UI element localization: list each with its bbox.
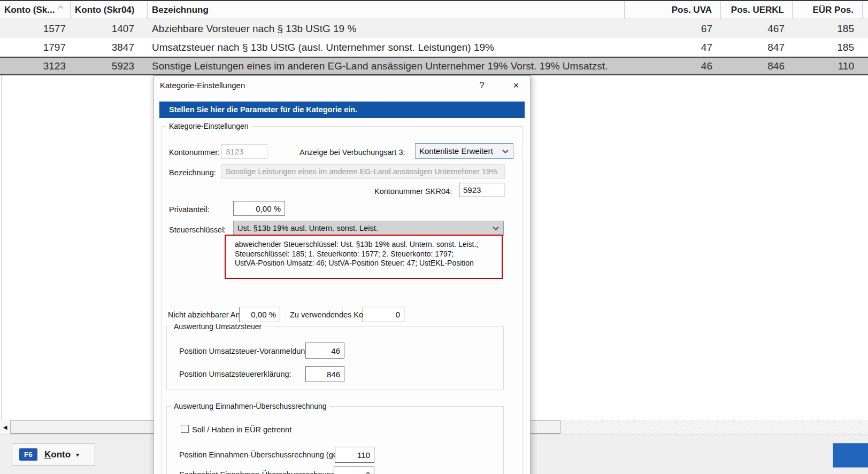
cell-konto-skr03: 1797: [0, 38, 71, 57]
group-title: Kategorie-Einstellungen: [166, 122, 251, 130]
verbuchungsart-dropdown[interactable]: Kontenliste Erweitert: [415, 143, 513, 159]
cell-bezeichnung: Umsatzsteuer nach § 13b UStG (ausl. Unte…: [148, 38, 625, 57]
column-header-pos-uva[interactable]: Pos. UVA: [625, 1, 721, 19]
soll-haben-checkbox[interactable]: [181, 425, 189, 433]
panel-left-border: [1, 75, 2, 420]
cell-pos-uva: 46: [625, 58, 721, 74]
hint-line: Steuerschlüssel: 185; 1. Steuerkonto: 15…: [235, 250, 502, 259]
erklaerung-field[interactable]: [305, 366, 344, 382]
bezeichnung-field[interactable]: [221, 164, 505, 179]
help-icon: ?: [480, 81, 485, 90]
verbuchungsart-label: Anzeige bei Verbuchungsart 3:: [299, 148, 405, 157]
euer-sachgebiet-field[interactable]: [334, 467, 374, 474]
column-header-konto-skr03[interactable]: Konto (Sk...: [0, 1, 71, 19]
cell-eur-pos: 185: [793, 19, 863, 38]
close-button[interactable]: ×: [508, 78, 524, 93]
nicht-abziehbar-field[interactable]: [239, 307, 280, 322]
cell-pos-uerkl: 846: [721, 58, 793, 74]
cell-konto-skr04: 3847: [71, 38, 148, 57]
dialog-title: Kategorie-Einstellungen: [160, 81, 245, 90]
scroll-left-button[interactable]: ◀: [0, 420, 11, 434]
cell-konto-skr04: 5923: [71, 58, 148, 74]
help-button[interactable]: ?: [475, 79, 489, 92]
hint-line: abweichender Steuerschlüssel: Ust. §13b …: [235, 240, 502, 250]
table-row[interactable]: 1577 1407 Abziehbare Vorsteuer nach § 13…: [0, 19, 868, 38]
cell-pos-uerkl: 847: [721, 38, 793, 57]
kategorie-einstellungen-dialog: Kategorie-Einstellungen ? × Stellen Sie …: [153, 75, 531, 474]
konto-button[interactable]: F6 Konto ▾: [12, 444, 95, 465]
sort-ascending-icon: [58, 6, 64, 11]
cell-eur-pos: 110: [793, 58, 863, 74]
euer-gesamt-label: Position Einnahmen-Überschussrechnung (g…: [179, 450, 359, 459]
soll-haben-checkbox-label: Soll / Haben in EÜR getrennt: [192, 425, 291, 434]
bezeichnung-label: Bezeichnung:: [169, 168, 216, 177]
column-header-konto-skr04[interactable]: Konto (Skr04): [71, 1, 148, 19]
group-title: Auswertung Einnahmen-Überschussrechnung: [171, 402, 329, 410]
cell-pos-uerkl: 467: [721, 19, 793, 38]
skr04-label: Kontonummer SKR04:: [374, 187, 452, 196]
chevron-down-icon: [493, 224, 498, 230]
cell-konto-skr03: 1577: [0, 19, 71, 38]
group-title: Auswertung Umsatzsteuer: [171, 322, 264, 331]
voranmeldung-field[interactable]: [305, 343, 344, 359]
cell-eur-pos: 185: [793, 38, 863, 57]
cell-bezeichnung: Sonstige Leistungen eines im anderen EG-…: [148, 58, 625, 74]
cell-konto-skr04: 1407: [71, 19, 148, 38]
table-row[interactable]: 1797 3847 Umsatzsteuer nach § 13b UStG (…: [0, 38, 868, 57]
column-header-pos-uerkl[interactable]: Pos. UERKL: [721, 1, 793, 19]
column-header-spacer: [863, 1, 868, 19]
cell-konto-skr03: 3123: [0, 58, 71, 74]
chevron-down-icon: [502, 147, 508, 153]
cell-pos-uva: 47: [625, 38, 721, 57]
kontonummer-label: Kontonummer:: [169, 148, 220, 157]
euer-gesamt-field[interactable]: [335, 447, 374, 463]
steuerschluessel-label: Steuerschlüssel:: [169, 226, 226, 234]
close-icon: ×: [513, 80, 519, 91]
column-header-bezeichnung[interactable]: Bezeichnung: [148, 1, 625, 19]
app-window: Konto (Sk... Konto (Skr04) Bezeichnung P…: [0, 0, 868, 474]
privatanteil-field[interactable]: [233, 201, 285, 216]
skr04-field[interactable]: [459, 183, 504, 197]
auswertung-euer-group: Auswertung Einnahmen-Überschussrechnung …: [166, 406, 504, 474]
konten-table: Konto (Sk... Konto (Skr04) Bezeichnung P…: [0, 0, 868, 75]
f6-shortcut-badge: F6: [19, 448, 37, 461]
table-row-selected[interactable]: 3123 5923 Sonstige Leistungen eines im a…: [0, 57, 868, 75]
zu-verwendendes-konto-field[interactable]: [363, 307, 404, 322]
konto-button-label: Konto: [44, 449, 71, 460]
steuerschluessel-dropdown[interactable]: Ust. §13b 19% ausl. Untern. sonst. Leist…: [233, 221, 504, 236]
table-header-row: Konto (Sk... Konto (Skr04) Bezeichnung P…: [0, 0, 868, 19]
scroll-left-icon: ◀: [3, 424, 7, 430]
cell-pos-uva: 67: [625, 19, 721, 38]
cell-bezeichnung: Abziehbare Vorsteuer nach § 13b UStG 19 …: [148, 19, 625, 38]
column-header-eur-pos[interactable]: EÜR Pos.: [793, 1, 863, 19]
primary-action-button[interactable]: [833, 443, 868, 468]
auswertung-umsatzsteuer-group: Auswertung Umsatzsteuer Position Umsatzs…: [166, 327, 504, 390]
dialog-banner: Stellen Sie hier die Parameter für die K…: [159, 102, 525, 118]
euer-sachgebiet-label: Sachgebiet Einnahmen-Überschussrechnung:: [179, 470, 337, 474]
hint-line: UstVA-Position Umsatz: 46; UstVA-Positio…: [235, 259, 502, 268]
kontonummer-field[interactable]: [221, 144, 267, 159]
voranmeldung-label: Position Umsatzsteuer-Voranmeldung:: [179, 347, 311, 355]
privatanteil-label: Privatanteil:: [169, 205, 210, 214]
steuerschluessel-hint-box: abweichender Steuerschlüssel: Ust. §13b …: [225, 235, 503, 279]
erklaerung-label: Position Umsatzsteuererklärung:: [179, 370, 291, 378]
dropdown-caret-icon: ▾: [76, 451, 79, 459]
kategorie-group: Kategorie-Einstellungen Kontonummer: Anz…: [162, 126, 523, 474]
